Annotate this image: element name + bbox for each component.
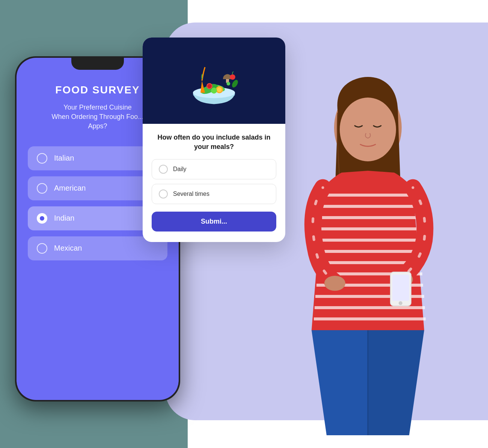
- svg-point-11: [230, 74, 235, 80]
- phone-option-label-american: American: [54, 184, 86, 192]
- phone-notch: [71, 58, 124, 70]
- phone-option-label-mexican: Mexican: [54, 244, 82, 253]
- svg-point-8: [217, 87, 222, 92]
- radio-several-times: [159, 189, 168, 198]
- card-option-label-several-times: Several times: [173, 191, 209, 197]
- radio-daily: [159, 165, 168, 174]
- radio-american: [37, 183, 47, 194]
- svg-point-9: [211, 87, 217, 93]
- svg-point-15: [340, 98, 396, 161]
- person-figure: [240, 68, 488, 443]
- svg-point-12: [231, 79, 239, 89]
- svg-rect-19: [392, 275, 409, 301]
- svg-point-16: [324, 276, 345, 291]
- svg-point-13: [227, 82, 230, 86]
- radio-mexican: [37, 243, 47, 254]
- radio-indian: [37, 213, 47, 224]
- svg-point-6: [207, 84, 211, 88]
- radio-italian: [37, 153, 47, 164]
- phone-option-label-indian: Indian: [54, 214, 75, 222]
- salad-bowl-illustration: [184, 51, 244, 111]
- svg-point-20: [399, 301, 402, 305]
- phone-option-label-italian: Italian: [54, 154, 74, 162]
- card-option-label-daily: Daily: [173, 166, 187, 173]
- person-svg: [240, 68, 488, 443]
